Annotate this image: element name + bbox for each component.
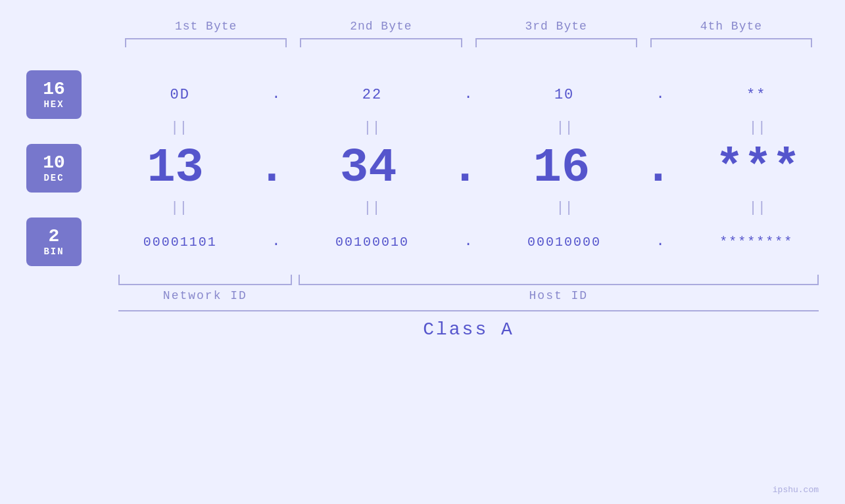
dec-byte1: 13 [136, 145, 215, 192]
dec-byte4: *** [715, 145, 801, 192]
hex-dot2: . [464, 87, 472, 102]
hex-byte4: ** [717, 87, 796, 103]
eq-items-2: || || || || [118, 201, 819, 216]
dec-byte3-cell: 16 [522, 145, 601, 192]
equals-row-2: || || || || [26, 201, 819, 216]
bracket-4 [650, 38, 812, 49]
bin-number: 2 [49, 227, 60, 247]
eq1-b4: || [718, 121, 797, 135]
host-id-label: Host ID [299, 289, 819, 302]
hex-badge: 16 HEX [26, 70, 82, 119]
dec-byte2-cell: 34 [329, 145, 408, 192]
bin-byte2-cell: 00100010 [333, 235, 412, 250]
dec-dot1: . [258, 145, 286, 192]
bin-bytes: 00001101 . 00100010 . 00010000 . *******… [118, 235, 819, 250]
main-container: 1st Byte 2nd Byte 3rd Byte 4th Byte 16 H… [0, 0, 845, 504]
bracket-2 [300, 38, 462, 49]
hex-dot3: . [656, 87, 665, 102]
eq2-b3: || [525, 201, 604, 216]
dec-badge: 10 DEC [26, 144, 82, 193]
hex-byte1: 0D [141, 87, 220, 103]
dec-row: 10 DEC 13 . 34 . 16 . *** [26, 135, 819, 201]
eq1-b2: || [332, 121, 411, 135]
byte1-header: 1st Byte [118, 20, 293, 33]
bracket-3 [475, 38, 637, 49]
eq2-b4: || [718, 201, 797, 216]
bottom-section: Network ID Host ID [26, 273, 819, 302]
network-id-label: Network ID [118, 289, 292, 302]
byte-headers: 1st Byte 2nd Byte 3rd Byte 4th Byte [26, 20, 819, 33]
bin-byte3-cell: 00010000 [525, 235, 604, 250]
bin-dot2: . [464, 235, 472, 249]
eq2-b1: || [139, 201, 218, 216]
bin-dot3: . [656, 235, 665, 249]
bin-row: 2 BIN 00001101 . 00100010 . 00010000 . *… [26, 216, 819, 268]
eq-items-1: || || || || [118, 121, 819, 135]
bin-badge: 2 BIN [26, 218, 82, 266]
class-bracket-line [118, 310, 819, 311]
class-label: Class A [118, 319, 819, 340]
dec-bytes: 13 . 34 . 16 . *** [118, 145, 819, 192]
hex-row: 16 HEX 0D . 22 . 10 . ** [26, 68, 819, 121]
bin-byte4-cell: ******** [717, 235, 796, 250]
bracket-1 [125, 38, 287, 49]
bin-byte2: 00100010 [333, 235, 412, 250]
bin-byte1: 00001101 [141, 235, 220, 250]
bin-dot1: . [272, 235, 280, 249]
bin-byte3: 00010000 [525, 235, 604, 250]
hex-byte3-cell: 10 [525, 87, 604, 103]
hex-byte2: 22 [333, 87, 412, 103]
bin-byte1-cell: 00001101 [141, 235, 220, 250]
host-bracket [299, 273, 819, 285]
class-row: Class A [26, 310, 819, 340]
top-brackets [26, 38, 819, 49]
bin-byte4: ******** [717, 235, 796, 250]
hex-byte1-cell: 0D [141, 87, 220, 103]
footer: ipshu.com [773, 485, 819, 495]
hex-dot1: . [272, 87, 280, 102]
eq1-b1: || [139, 121, 218, 135]
hex-byte4-cell: ** [717, 87, 796, 103]
bottom-brackets [118, 273, 819, 285]
hex-byte2-cell: 22 [333, 87, 412, 103]
dec-label: DEC [43, 173, 64, 183]
byte4-header: 4th Byte [644, 20, 819, 33]
eq1-b3: || [525, 121, 604, 135]
hex-label: HEX [43, 99, 64, 110]
hex-number: 16 [43, 80, 65, 100]
hex-bytes: 0D . 22 . 10 . ** [118, 87, 819, 103]
equals-row-1: || || || || [26, 121, 819, 135]
dec-number: 10 [43, 153, 65, 173]
network-bracket [118, 273, 292, 285]
eq2-b2: || [332, 201, 411, 216]
bottom-labels: Network ID Host ID [118, 289, 819, 302]
dec-byte4-cell: *** [715, 145, 801, 192]
dec-byte3: 16 [522, 145, 601, 192]
byte2-header: 2nd Byte [293, 20, 468, 33]
dec-dot3: . [644, 145, 672, 192]
hex-byte3: 10 [525, 87, 604, 103]
dec-dot2: . [451, 145, 479, 192]
dec-byte2: 34 [329, 145, 408, 192]
bin-label: BIN [43, 246, 64, 257]
byte3-header: 3rd Byte [469, 20, 644, 33]
dec-byte1-cell: 13 [136, 145, 215, 192]
